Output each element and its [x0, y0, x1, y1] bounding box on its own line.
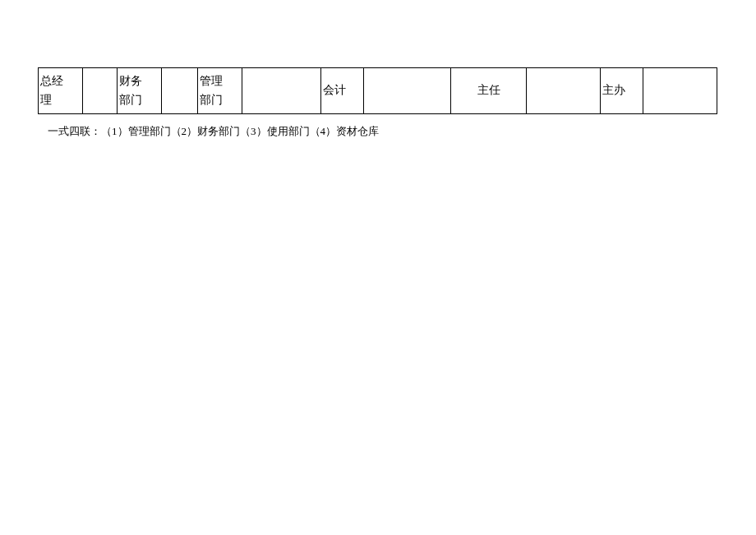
value-finance-dept [162, 68, 198, 114]
value-handler [643, 68, 717, 114]
label-finance-dept: 财务部门 [118, 68, 162, 114]
label-accountant: 会计 [321, 68, 364, 114]
value-director [527, 68, 601, 114]
page-container: 总经理 财务部门 管理部门 会计 主任 主办 一式四联：（1）管理部门（2）财务… [0, 0, 756, 535]
value-management-dept [242, 68, 321, 114]
label-director: 主任 [451, 68, 527, 114]
signature-table: 总经理 财务部门 管理部门 会计 主任 主办 [38, 67, 717, 114]
value-accountant [364, 68, 451, 114]
label-handler: 主办 [601, 68, 643, 114]
label-management-dept: 管理部门 [198, 68, 242, 114]
label-general-manager: 总经理 [39, 68, 83, 114]
footnote-text: 一式四联：（1）管理部门（2）财务部门（3）使用部门（4）资材仓库 [48, 123, 379, 140]
signature-row: 总经理 财务部门 管理部门 会计 主任 主办 [39, 68, 717, 114]
value-general-manager [83, 68, 118, 114]
